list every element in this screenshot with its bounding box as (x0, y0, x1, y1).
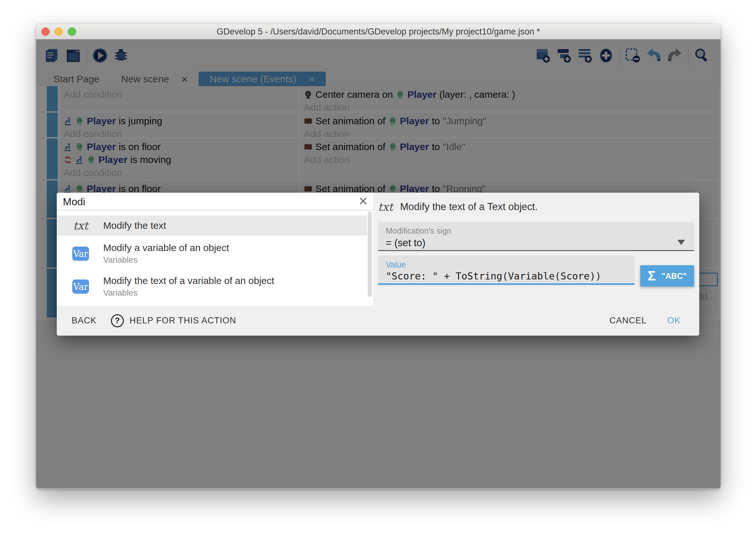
zoom-window-button[interactable] (68, 27, 76, 36)
abc-label: "ABC" (662, 271, 687, 281)
back-button[interactable]: BACK (72, 315, 97, 326)
list-item-texts: Modify the text of a variable of an obje… (103, 275, 274, 298)
instruction-title: Modify the text of a Text object. (400, 201, 538, 213)
list-item-title: Modify the text of a variable of an obje… (103, 275, 274, 286)
minimize-window-button[interactable] (55, 27, 63, 36)
ok-button[interactable]: OK (667, 315, 681, 326)
close-window-button[interactable] (41, 27, 50, 36)
window-title: GDevelop 5 - /Users/david/Documents/GDev… (36, 24, 721, 39)
text-object-icon: txt (67, 219, 94, 232)
field-value: "Score: " + ToString(Variable(Score)) (386, 270, 601, 282)
list-item-texts: Modify a variable of an object Variables (103, 242, 229, 265)
variable-icon: Var (67, 247, 94, 261)
field-label: Value (386, 260, 406, 269)
list-item-modify-the-text[interactable]: txt Modify the text (57, 216, 367, 235)
footer-left-group: BACK ? HELP FOR THIS ACTION (72, 314, 236, 327)
cancel-button[interactable]: CANCEL (609, 315, 647, 326)
sigma-icon: Σ (648, 268, 656, 284)
list-item-modify-text-of-variable[interactable]: Var Modify the text of a variable of an … (57, 273, 367, 301)
search-divider (57, 210, 373, 210)
instruction-config-panel: txt Modify the text of a Text object. Mo… (373, 193, 699, 306)
close-icon[interactable]: × (356, 193, 371, 209)
search-input[interactable]: Modi (63, 196, 347, 208)
modification-sign-select[interactable]: Modification's sign = (set to) (378, 222, 694, 251)
list-scrollbar-thumb[interactable] (368, 211, 372, 297)
list-item-subtitle: Variables (103, 255, 229, 265)
instruction-header: txt Modify the text of a Text object. (378, 200, 538, 213)
open-expression-editor-button[interactable]: Σ "ABC" (640, 265, 694, 287)
list-item-subtitle: Variables (103, 288, 274, 298)
help-label: HELP FOR THIS ACTION (130, 315, 236, 326)
instruction-editor-dialog: Modi × txt Modify the text Var Modify a … (57, 193, 699, 336)
help-button[interactable]: ? HELP FOR THIS ACTION (111, 314, 236, 327)
text-object-icon: txt (378, 200, 393, 213)
desktop: GDevelop 5 - /Users/david/Documents/GDev… (0, 0, 756, 537)
dialog-footer: BACK ? HELP FOR THIS ACTION CANCEL OK (57, 306, 699, 336)
variable-icon: Var (67, 279, 94, 294)
value-expression-field[interactable]: Value "Score: " + ToString(Variable(Scor… (378, 256, 635, 285)
list-item-title: Modify a variable of an object (103, 242, 229, 253)
field-value: = (set to) (386, 237, 425, 249)
chevron-down-icon (677, 240, 685, 245)
list-item-modify-variable[interactable]: Var Modify a variable of an object Varia… (57, 240, 367, 268)
field-label: Modification's sign (386, 226, 451, 235)
instruction-list-panel: Modi × txt Modify the text Var Modify a … (57, 193, 373, 306)
help-icon: ? (111, 314, 124, 327)
window-titlebar: GDevelop 5 - /Users/david/Documents/GDev… (36, 24, 721, 39)
footer-right-group: CANCEL OK (609, 315, 681, 326)
list-item-title: Modify the text (103, 220, 166, 231)
